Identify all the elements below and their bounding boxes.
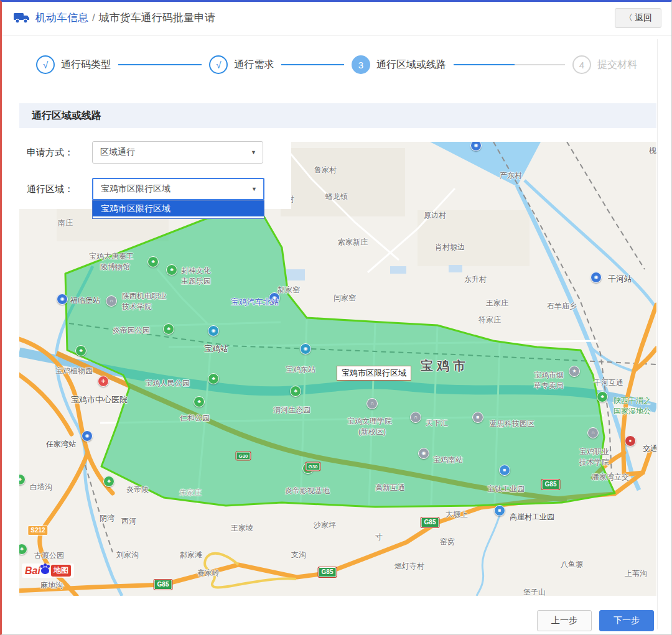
pass-area-dropdown: 宝鸡市区限行区域 [92, 200, 264, 219]
step-connector-3 [454, 64, 565, 65]
section-title: 通行区域或线路 [32, 109, 101, 123]
step-4-label: 提交材料 [597, 58, 637, 72]
step-submit-materials: 4 提交材料 [572, 55, 637, 74]
road-badge-g85: G85 [154, 580, 172, 590]
road-badge-g30: G30 [236, 452, 250, 460]
step-3-circle: 3 [352, 55, 370, 74]
baidu-paw-icon [41, 567, 49, 574]
road-badge-s212: S212 [27, 526, 48, 535]
header: 机动车信息 / 城市货车通行码批量申请 〈 返回 [2, 2, 671, 35]
next-step-button[interactable]: 下一步 [599, 610, 654, 631]
pass-area-select[interactable]: 宝鸡市区限行区域 ▼ [92, 178, 264, 200]
baidu-logo-text: Bai [25, 565, 40, 577]
step-2-label: 通行需求 [234, 58, 274, 72]
step-4-circle: 4 [572, 55, 591, 74]
breadcrumb-current: 城市货车通行码批量申请 [99, 11, 215, 25]
baidu-map-badge: 地图 [51, 565, 71, 577]
road-badge-g30: G30 [306, 463, 320, 471]
apply-mode-label: 申请方式： [27, 147, 73, 159]
stepper: √ 通行码类型 √ 通行需求 3 通行区域或线路 4 提交材料 [36, 52, 637, 78]
road-badge-g85: G85 [542, 480, 560, 489]
breadcrumb: 机动车信息 / 城市货车通行码批量申请 [13, 11, 215, 25]
pass-area-label: 通行区域： [27, 183, 73, 195]
dropdown-option[interactable]: 宝鸡市区限行区域 [93, 201, 264, 216]
breadcrumb-separator: / [92, 12, 95, 24]
step-pass-demand[interactable]: √ 通行需求 [209, 55, 274, 74]
apply-mode-select[interactable]: 区域通行 ▼ [92, 141, 263, 164]
chevron-down-icon: ▼ [251, 186, 257, 192]
footer-actions: 上一步 下一步 [537, 610, 654, 631]
chevron-down-icon: ▼ [251, 149, 256, 155]
road-badge-g85: G85 [421, 517, 439, 527]
step-1-circle: √ [36, 55, 55, 74]
section-header: 通行区域或线路 [19, 103, 656, 128]
step-pass-code-type[interactable]: √ 通行码类型 [36, 55, 111, 74]
pass-area-value: 宝鸡市区限行区域 [101, 183, 170, 195]
road-badge-g85: G85 [319, 567, 337, 577]
step-pass-area[interactable]: 3 通行区域或线路 [352, 55, 446, 74]
pass-area-form: 申请方式： 区域通行 ▼ 通行区域： 宝鸡市区限行区域 ▼ [19, 128, 291, 209]
step-connector-2 [281, 64, 344, 65]
truck-pass-application-page: 机动车信息 / 城市货车通行码批量申请 〈 返回 √ 通行码类型 √ 通行需求 … [0, 0, 672, 635]
breadcrumb-root[interactable]: 机动车信息 [35, 11, 88, 25]
apply-mode-value: 区域通行 [100, 147, 135, 158]
step-2-circle: √ [209, 55, 228, 74]
back-button[interactable]: 〈 返回 [615, 8, 661, 28]
step-connector-1 [118, 64, 202, 65]
back-chevron-icon: 〈 [624, 12, 633, 24]
truck-icon [13, 12, 30, 24]
step-1-label: 通行码类型 [61, 58, 111, 72]
restriction-area-tooltip: 宝鸡市区限行区域 [337, 366, 411, 381]
back-label: 返回 [635, 12, 652, 24]
step-3-label: 通行区域或线路 [376, 58, 446, 72]
baidu-logo: Bai 地图 [22, 563, 74, 578]
content-right-border [657, 39, 658, 629]
prev-step-button[interactable]: 上一步 [537, 610, 592, 631]
